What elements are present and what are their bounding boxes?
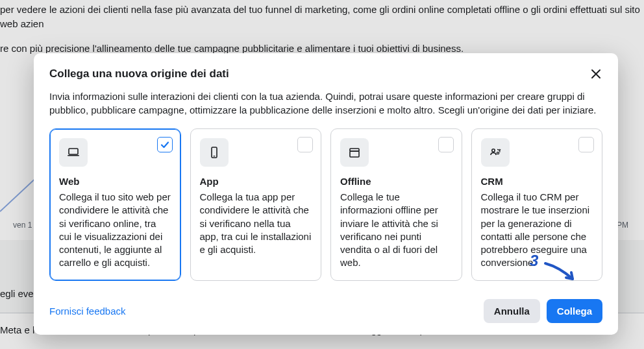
app-icon-box [200, 138, 229, 167]
svg-point-5 [491, 149, 494, 152]
modal-subtitle: Invia informazioni sulle interazioni dei… [49, 90, 602, 117]
laptop-icon [66, 145, 80, 160]
connect-data-source-modal: Collega una nuova origine dei dati Invia… [34, 53, 618, 335]
card-title-offline: Offline [340, 176, 452, 187]
svg-rect-4 [350, 151, 359, 157]
web-icon-box [59, 138, 88, 167]
card-desc-web: Collega il tuo sito web per condividere … [59, 191, 171, 270]
source-card-crm[interactable]: CRM Collega il tuo CRM per mostrare le t… [471, 128, 603, 281]
close-button[interactable] [589, 67, 602, 80]
modal-title: Collega una nuova origine dei dati [49, 67, 229, 80]
card-title-crm: CRM [481, 176, 593, 187]
card-checkbox-crm[interactable] [578, 137, 594, 152]
phone-icon [207, 145, 221, 160]
people-sync-icon [488, 145, 502, 160]
crm-icon-box [481, 138, 510, 167]
source-card-app[interactable]: App Collega la tua app per condividere l… [190, 128, 322, 281]
card-desc-offline: Collega le tue informazioni offline per … [340, 191, 452, 270]
offline-icon-box [340, 138, 369, 167]
card-checkbox-app[interactable] [297, 137, 313, 152]
card-checkbox-offline[interactable] [438, 137, 454, 152]
card-desc-app: Collega la tua app per condividere le at… [200, 191, 312, 256]
source-cards: Web Collega il tuo sito web per condivid… [49, 128, 602, 281]
svg-rect-3 [213, 156, 215, 156]
card-title-app: App [200, 176, 312, 187]
feedback-link[interactable]: Fornisci feedback [49, 306, 126, 317]
source-card-web[interactable]: Web Collega il tuo sito web per condivid… [49, 128, 181, 281]
cancel-button[interactable]: Annulla [484, 299, 540, 323]
svg-rect-0 [69, 149, 78, 154]
close-icon [589, 67, 602, 80]
connect-button[interactable]: Collega [547, 299, 602, 323]
svg-rect-1 [68, 155, 79, 156]
source-card-offline[interactable]: Offline Collega le tue informazioni offl… [330, 128, 462, 281]
card-title-web: Web [59, 176, 171, 187]
card-checkbox-web[interactable] [157, 137, 173, 152]
check-icon [160, 139, 170, 150]
card-desc-crm: Collega il tuo CRM per mostrare le tue i… [481, 191, 593, 270]
store-icon [347, 145, 362, 160]
svg-point-6 [497, 152, 499, 154]
